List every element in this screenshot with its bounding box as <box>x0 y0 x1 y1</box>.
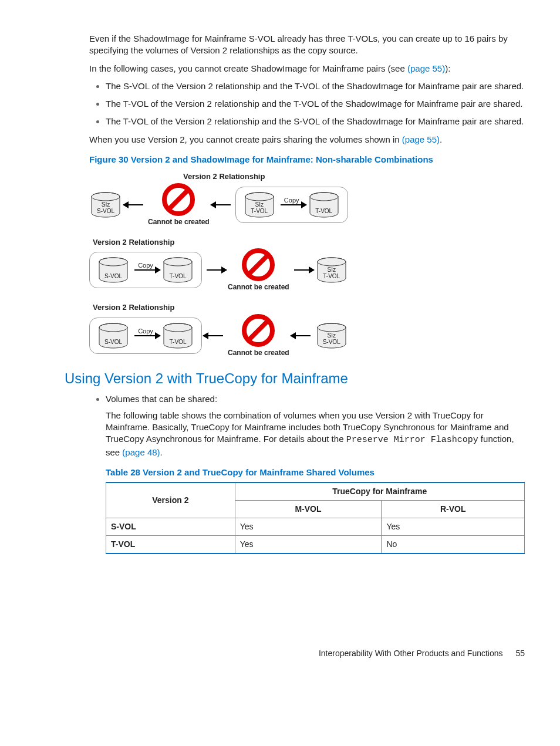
cylinder-icon: S-VOL <box>98 323 129 349</box>
table-row: T-VOL Yes No <box>106 535 525 553</box>
cylinder-icon: T-VOL <box>163 323 193 349</box>
cylinder-icon: T-VOL <box>309 192 339 218</box>
arrow-icon <box>291 335 314 336</box>
bullet-1: The S-VOL of the Version 2 relationship … <box>106 80 525 92</box>
prohibited-icon <box>162 183 195 216</box>
link-page55-1[interactable]: (page 55) <box>407 63 445 73</box>
footer-text: Interoperability With Other Products and… <box>319 649 503 658</box>
cylinder-icon: SIz S-VOL <box>316 323 347 349</box>
bullet-2: The T-VOL of the Version 2 relationship … <box>106 98 525 110</box>
vol-label: SIz T-VOL <box>251 201 268 218</box>
arrow-icon: Copy <box>131 269 160 271</box>
cannot-label: Cannot be created <box>228 282 289 292</box>
figure-diagram-3: Version 2 Relationship S-VOL Copy T-VOL … <box>89 302 525 357</box>
cylinder-icon: SIz S-VOL <box>90 192 121 218</box>
figure-diagram-2: Version 2 Relationship S-VOL Copy T-VOL … <box>89 237 525 292</box>
vol-label: SIz T-VOL <box>323 266 340 283</box>
cylinder-icon: SIz T-VOL <box>316 257 347 283</box>
vol-label: SIz S-VOL <box>323 332 340 349</box>
page-footer: Interoperability With Other Products and… <box>65 648 525 659</box>
th-rvol: R-VOL <box>382 500 525 518</box>
bullet-3: The T-VOL of the Version 2 relationship … <box>106 116 525 127</box>
vol-label: S-VOL <box>104 273 122 283</box>
cylinder-icon: S-VOL <box>98 257 129 283</box>
page-number: 55 <box>515 649 525 658</box>
cell: No <box>382 535 525 553</box>
intro-p3: When you use Version 2, you cannot creat… <box>89 134 525 146</box>
section-heading: Using Version 2 with TrueCopy for Mainfr… <box>65 369 525 388</box>
vol-label: T-VOL <box>170 273 187 283</box>
figure-caption: Figure 30 Version 2 and ShadowImage for … <box>89 154 525 166</box>
vol-label: T-VOL <box>170 339 187 349</box>
cannot-label: Cannot be created <box>148 217 210 227</box>
copy-label: Copy <box>284 196 299 205</box>
arrow-icon <box>203 269 227 271</box>
section2-p1: The following table shows the combinatio… <box>106 410 525 458</box>
arrow-icon <box>123 204 147 205</box>
cannot-label: Cannot be created <box>228 348 289 357</box>
intro-p2: In the following cases, you cannot creat… <box>89 63 525 75</box>
cylinder-icon: T-VOL <box>163 257 193 283</box>
mono-text: Preserve Mirror Flashcopy <box>346 435 478 445</box>
row-label: T-VOL <box>106 535 235 553</box>
arrow-icon <box>291 269 314 271</box>
copy-label: Copy <box>138 261 153 270</box>
section2-bullets: Volumes that can be shared: The followin… <box>89 393 525 554</box>
th-truecopy: TrueCopy for Mainframe <box>235 482 524 500</box>
prohibited-icon <box>242 314 275 347</box>
cell: Yes <box>235 535 382 553</box>
relationship-group: S-VOL Copy T-VOL <box>89 252 202 288</box>
cylinder-icon: SIz T-VOL <box>244 192 275 218</box>
vol-label: SIz S-VOL <box>97 201 114 218</box>
relationship-group: SIz T-VOL Copy T-VOL <box>235 187 348 223</box>
table-row: S-VOL Yes Yes <box>106 518 525 535</box>
arrow-icon: Copy <box>277 204 306 205</box>
arrow-icon <box>211 204 234 205</box>
table-caption: Table 28 Version 2 and TrueCopy for Main… <box>106 467 525 478</box>
cell: Yes <box>235 518 382 535</box>
copy-label: Copy <box>138 327 153 336</box>
intro-bullets: The S-VOL of the Version 2 relationship … <box>89 80 525 128</box>
intro-p1: Even if the ShadowImage for Mainframe S-… <box>89 33 525 57</box>
cell: Yes <box>382 518 525 535</box>
vol-label: S-VOL <box>104 339 122 349</box>
relationship-label: Version 2 Relationship <box>93 237 525 248</box>
link-page55-2[interactable]: (page 55) <box>402 134 440 144</box>
arrow-icon: Copy <box>131 335 160 336</box>
th-mvol: M-VOL <box>235 500 382 518</box>
prohibited-icon <box>242 248 275 281</box>
relationship-label: Version 2 Relationship <box>183 171 525 182</box>
shared-volumes-table: Version 2 TrueCopy for Mainframe M-VOL R… <box>106 482 525 554</box>
vol-label: T-VOL <box>315 208 332 218</box>
relationship-group: S-VOL Copy T-VOL <box>89 318 202 354</box>
th-version2: Version 2 <box>106 482 235 518</box>
relationship-label: Version 2 Relationship <box>93 302 525 313</box>
bullet-shared: Volumes that can be shared: The followin… <box>106 393 525 554</box>
figure-diagram-1: Version 2 Relationship SIz S-VOL Cannot … <box>89 171 525 227</box>
row-label: S-VOL <box>106 518 235 535</box>
arrow-icon <box>203 335 227 336</box>
link-page48[interactable]: (page 48) <box>122 447 160 457</box>
